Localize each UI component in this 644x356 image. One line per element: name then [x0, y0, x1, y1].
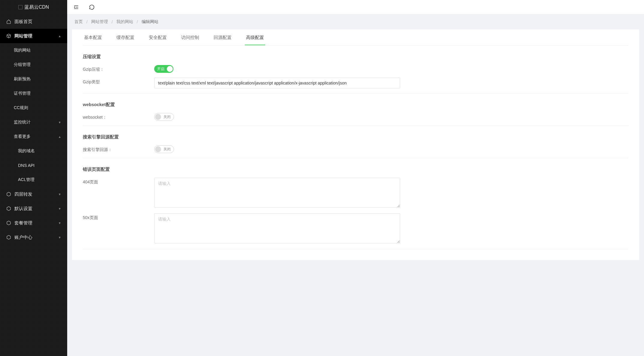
- divider: [83, 126, 628, 126]
- nav-dns-api[interactable]: DNS API: [0, 158, 67, 173]
- websocket-toggle[interactable]: 关闭: [154, 113, 174, 121]
- nav-label: CC规则: [14, 105, 28, 111]
- nav-group-mgmt[interactable]: 分组管理: [0, 58, 67, 72]
- section-websocket: websocket配置 websocket： 关闭: [83, 102, 628, 126]
- cube-icon: [6, 220, 11, 226]
- section-title: 错误页面配置: [83, 167, 628, 172]
- sidebar: 蓝易云CDN 面板首页 网站管理 ▲ 我的网站 分组管理 刷新预热 证书管理 C…: [0, 0, 67, 356]
- chevron-down-icon: ▼: [58, 221, 61, 225]
- nav-label: 套餐管理: [14, 220, 32, 226]
- nav-label: 证书管理: [14, 91, 31, 96]
- nav-my-sites[interactable]: 我的网站: [0, 43, 67, 58]
- chevron-up-icon: ▲: [58, 34, 61, 38]
- section-error-page: 错误页面配置 404页面 50x页面: [83, 167, 628, 249]
- chevron-down-icon: ▼: [58, 121, 61, 124]
- nav-label: 分组管理: [14, 62, 31, 67]
- section-compress: 压缩设置 Gzip压缩： 开启 Gzip类型: [83, 54, 628, 93]
- content-panel: 基本配置 缓存配置 安全配置 访问控制 回源配置 高级配置 压缩设置 Gzip压…: [72, 29, 639, 260]
- chevron-up-icon: ▲: [58, 135, 61, 138]
- nav-refresh-preheat[interactable]: 刷新预热: [0, 72, 67, 86]
- cube-icon: [6, 33, 11, 39]
- 404-textarea[interactable]: [154, 178, 400, 208]
- nav-label: DNS API: [18, 163, 34, 168]
- nav-cert-mgmt[interactable]: 证书管理: [0, 86, 67, 101]
- cube-icon: [6, 206, 11, 211]
- nav-monitor[interactable]: 监控统计 ▼: [0, 115, 67, 129]
- divider: [83, 249, 628, 249]
- cube-icon: [6, 235, 11, 240]
- breadcrumb-item[interactable]: 首页: [74, 19, 83, 25]
- nav-dashboard[interactable]: 面板首页: [0, 14, 67, 29]
- topbar: [67, 0, 644, 14]
- gzip-toggle[interactable]: 开启: [154, 65, 173, 73]
- nav-label: 监控统计: [14, 120, 31, 125]
- websocket-label: websocket：: [83, 113, 154, 120]
- toggle-on-label: 开启: [155, 67, 167, 72]
- nav-layer4[interactable]: 四层转发 ▼: [0, 187, 67, 201]
- menu-collapse-icon[interactable]: [73, 4, 79, 10]
- toggle-off-label: 关闭: [161, 147, 173, 152]
- section-title: websocket配置: [83, 102, 628, 108]
- nav-label: 四层转发: [14, 191, 32, 197]
- nav-cc-rules[interactable]: CC规则: [0, 101, 67, 115]
- tab-origin[interactable]: 回源配置: [212, 31, 233, 45]
- nav-view-more[interactable]: 查看更多 ▲: [0, 129, 67, 144]
- section-search-origin: 搜索引擎回源配置 搜索引擎回源： 关闭: [83, 134, 628, 158]
- tab-advanced[interactable]: 高级配置: [245, 31, 265, 45]
- nav-label: 查看更多: [14, 134, 31, 139]
- breadcrumb-item[interactable]: 网站管理: [91, 19, 108, 25]
- nav-default-settings[interactable]: 默认设置 ▼: [0, 201, 67, 216]
- refresh-icon[interactable]: [89, 4, 95, 10]
- divider: [83, 158, 628, 158]
- breadcrumb-sep: /: [137, 19, 138, 24]
- tab-cache[interactable]: 缓存配置: [115, 31, 136, 45]
- nav-label: 网站管理: [14, 33, 32, 39]
- divider: [83, 93, 628, 93]
- gzip-label: Gzip压缩：: [83, 65, 154, 72]
- tab-access[interactable]: 访问控制: [180, 31, 200, 45]
- nav-label: 默认设置: [14, 206, 32, 212]
- tab-basic[interactable]: 基本配置: [83, 31, 103, 45]
- nav-label: ACL管理: [18, 177, 34, 182]
- gzip-type-label: Gzip类型: [83, 78, 154, 85]
- toggle-knob: [167, 66, 173, 72]
- tab-security[interactable]: 安全配置: [148, 31, 168, 45]
- app-logo: 蓝易云CDN: [0, 0, 67, 14]
- 50x-textarea[interactable]: [154, 213, 400, 243]
- breadcrumb-sep: /: [112, 19, 113, 24]
- 404-label: 404页面: [83, 178, 154, 185]
- home-icon: [6, 19, 11, 24]
- chevron-down-icon: ▼: [58, 236, 61, 239]
- section-title: 搜索引擎回源配置: [83, 134, 628, 140]
- chevron-down-icon: ▼: [58, 207, 61, 210]
- chevron-down-icon: ▼: [58, 193, 61, 196]
- nav-label: 账户中心: [14, 235, 32, 240]
- search-origin-toggle[interactable]: 关闭: [154, 145, 174, 153]
- app-title: 蓝易云CDN: [24, 4, 49, 10]
- toggle-knob: [155, 146, 161, 152]
- nav-account[interactable]: 账户中心 ▼: [0, 230, 67, 245]
- cube-icon: [6, 191, 11, 197]
- nav-label: 刷新预热: [14, 76, 31, 82]
- section-title: 压缩设置: [83, 54, 628, 60]
- breadcrumb-sep: /: [86, 19, 88, 24]
- nav-label: 面板首页: [14, 19, 32, 25]
- toggle-off-label: 关闭: [161, 114, 173, 120]
- main-content: 首页 / 网站管理 / 我的网站 / 编辑网站 基本配置 缓存配置 安全配置 访…: [67, 0, 644, 356]
- search-origin-label: 搜索引擎回源：: [83, 145, 154, 153]
- gzip-type-input[interactable]: [154, 78, 400, 88]
- nav-my-domains[interactable]: 我的域名: [0, 144, 67, 158]
- toggle-knob: [155, 114, 161, 120]
- tabs: 基本配置 缓存配置 安全配置 访问控制 回源配置 高级配置: [83, 29, 628, 46]
- nav-label: 我的域名: [18, 148, 35, 154]
- logo-icon: [18, 5, 22, 9]
- breadcrumb-item[interactable]: 我的网站: [116, 19, 133, 25]
- nav-site-mgmt[interactable]: 网站管理 ▲: [0, 29, 67, 43]
- nav-label: 我的网站: [14, 48, 31, 53]
- nav-package-mgmt[interactable]: 套餐管理 ▼: [0, 216, 67, 230]
- breadcrumb: 首页 / 网站管理 / 我的网站 / 编辑网站: [67, 14, 644, 29]
- nav-acl-mgmt[interactable]: ACL管理: [0, 173, 67, 187]
- breadcrumb-current: 编辑网站: [142, 19, 158, 25]
- 50x-label: 50x页面: [83, 213, 154, 221]
